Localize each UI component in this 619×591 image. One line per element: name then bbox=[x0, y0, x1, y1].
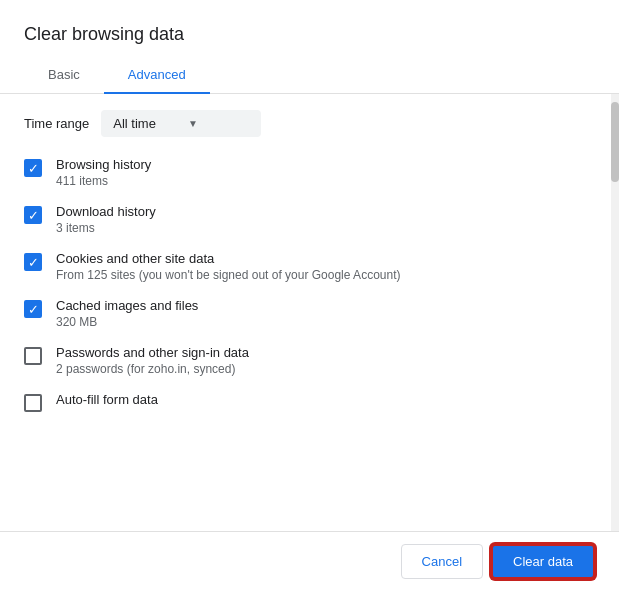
item-title: Browsing history bbox=[56, 157, 595, 172]
item-subtitle: 3 items bbox=[56, 221, 595, 235]
checkbox-browsing-history[interactable]: ✓ bbox=[24, 159, 42, 177]
tab-basic[interactable]: Basic bbox=[24, 57, 104, 94]
item-subtitle: 411 items bbox=[56, 174, 595, 188]
main-content: Time range All time ▼ ✓ Browsing history… bbox=[0, 94, 619, 531]
scrollbar-track[interactable] bbox=[611, 94, 619, 531]
item-title: Auto-fill form data bbox=[56, 392, 595, 407]
content-wrapper: Time range All time ▼ ✓ Browsing history… bbox=[0, 94, 619, 531]
tabs-bar: Basic Advanced bbox=[0, 57, 619, 94]
cancel-button[interactable]: Cancel bbox=[401, 544, 483, 579]
checkmark-icon: ✓ bbox=[28, 303, 39, 316]
item-subtitle: 2 passwords (for zoho.in, synced) bbox=[56, 362, 595, 376]
item-subtitle: 320 MB bbox=[56, 315, 595, 329]
dialog-footer: Cancel Clear data bbox=[0, 531, 619, 591]
checkmark-icon: ✓ bbox=[28, 162, 39, 175]
checkmark-icon: ✓ bbox=[28, 209, 39, 222]
checkbox-cookies[interactable]: ✓ bbox=[24, 253, 42, 271]
tab-advanced[interactable]: Advanced bbox=[104, 57, 210, 94]
list-item: ✓ Cookies and other site data From 125 s… bbox=[24, 251, 595, 282]
item-subtitle: From 125 sites (you won't be signed out … bbox=[56, 268, 595, 282]
dropdown-arrow-icon: ▼ bbox=[188, 118, 198, 129]
list-item: ✓ Cached images and files 320 MB bbox=[24, 298, 595, 329]
item-title: Passwords and other sign-in data bbox=[56, 345, 595, 360]
checkmark-icon: ✓ bbox=[28, 256, 39, 269]
time-range-select[interactable]: All time ▼ bbox=[101, 110, 261, 137]
clear-data-button[interactable]: Clear data bbox=[491, 544, 595, 579]
scrollbar-thumb[interactable] bbox=[611, 102, 619, 182]
item-title: Cached images and files bbox=[56, 298, 595, 313]
item-title: Cookies and other site data bbox=[56, 251, 595, 266]
item-title: Download history bbox=[56, 204, 595, 219]
dialog-title: Clear browsing data bbox=[0, 0, 619, 57]
list-item: ✓ Browsing history 411 items bbox=[24, 157, 595, 188]
checkbox-cached[interactable]: ✓ bbox=[24, 300, 42, 318]
list-item: Passwords and other sign-in data 2 passw… bbox=[24, 345, 595, 376]
list-item: ✓ Download history 3 items bbox=[24, 204, 595, 235]
list-item: Auto-fill form data bbox=[24, 392, 595, 412]
time-range-row: Time range All time ▼ bbox=[24, 110, 595, 137]
time-range-label: Time range bbox=[24, 116, 89, 131]
checkbox-download-history[interactable]: ✓ bbox=[24, 206, 42, 224]
clear-browsing-dialog: Clear browsing data Basic Advanced Time … bbox=[0, 0, 619, 591]
checkbox-autofill[interactable] bbox=[24, 394, 42, 412]
checkbox-passwords[interactable] bbox=[24, 347, 42, 365]
time-range-value: All time bbox=[113, 116, 156, 131]
